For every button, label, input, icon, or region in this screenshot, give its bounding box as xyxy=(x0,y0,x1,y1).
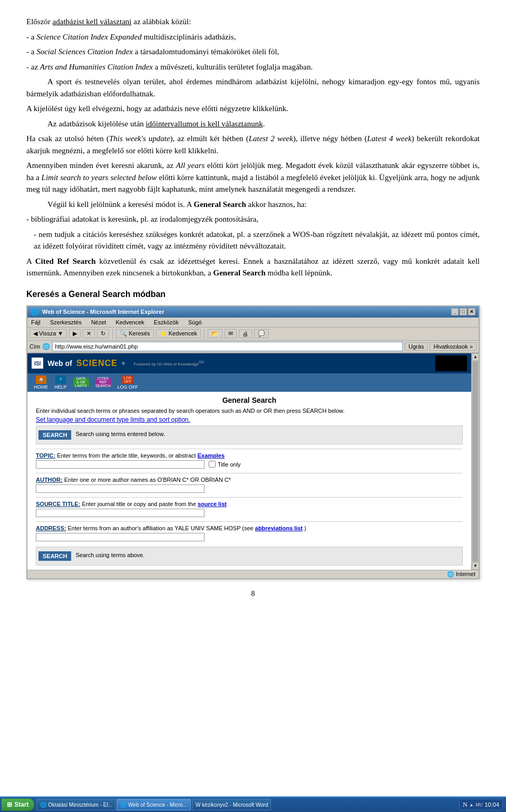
bottom-search-hint: Search using terms above. xyxy=(75,552,144,558)
wos-page-wrapper: ISI Web of SCIENCE ® Powered by ISI Web … xyxy=(27,353,479,570)
history-button[interactable]: 📂 xyxy=(208,329,222,338)
address-input[interactable] xyxy=(36,533,205,541)
source-title-section: SOURCE TITLE: Enter journal title or cop… xyxy=(36,497,463,517)
menu-file[interactable]: Fájl xyxy=(30,319,42,326)
taskbar-item-2[interactable]: 🌐 Web of Science - Micro... xyxy=(116,799,191,810)
search-button[interactable]: 🔍 Keresés xyxy=(116,329,153,338)
main-instruction: Enter individual search terms or phrases… xyxy=(36,408,463,414)
tray-time: 10:04 xyxy=(484,801,499,808)
menu-help[interactable]: Súgó xyxy=(187,319,203,326)
taskbar-item-3-label: kézikonyv2 - Microsoft Word xyxy=(202,802,268,808)
taskbar-item-2-label: Web of Science - Micro... xyxy=(128,802,187,808)
browser-title-text: Web of Science - Microsoft Internet Expl… xyxy=(42,309,164,315)
source-list-link[interactable]: source list xyxy=(198,501,227,507)
set-limits-text[interactable]: Set language and document type limits an… xyxy=(36,416,190,423)
para-3: - a Social Sciences Citation Index a tár… xyxy=(26,46,480,58)
nav-help-button[interactable]: ? HELP xyxy=(52,374,69,391)
taskbar-word-icon: W xyxy=(196,802,200,808)
address-input[interactable] xyxy=(52,342,403,351)
home-label: HOME xyxy=(34,384,48,390)
wos-page-content: ISI Web of SCIENCE ® Powered by ISI Web … xyxy=(27,353,471,570)
mail-button[interactable]: ✉ xyxy=(225,329,237,338)
top-search-row: SEARCH Search using terms entered below. xyxy=(36,425,463,444)
ie-icon: 🌐 xyxy=(31,308,39,316)
scroll-down-arrow[interactable]: ▼ xyxy=(472,562,479,570)
address-close-paren: ) xyxy=(304,525,306,531)
browser-statusbar: 🌐 Internet xyxy=(27,570,479,578)
menu-view[interactable]: Nézet xyxy=(90,319,108,326)
address-label: ADDRESS: Enter terms from an author's af… xyxy=(36,525,463,531)
title-only-row: Title only xyxy=(209,461,241,468)
author-input-row xyxy=(36,484,463,493)
go-button[interactable]: Ugrás xyxy=(405,342,427,351)
taskbar-ie-icon-1: 🌐 xyxy=(40,802,46,808)
source-title-input[interactable] xyxy=(36,509,205,517)
browser-window: 🌐 Web of Science - Microsoft Internet Ex… xyxy=(26,305,480,579)
address-section: ADDRESS: Enter terms from an author's af… xyxy=(36,521,463,541)
menu-tools[interactable]: Eszközök xyxy=(152,319,180,326)
title-only-checkbox[interactable] xyxy=(209,461,216,468)
para-8: Ha csak az utolsó héten (This week's upd… xyxy=(26,133,480,156)
address-bar: Cím 🌐 Ugrás Hivatkozások » xyxy=(27,341,479,353)
stop-button[interactable]: ✕ xyxy=(83,329,95,338)
logoff-label: LOG OFF xyxy=(118,384,139,390)
start-button[interactable]: ⊞ Start xyxy=(1,798,34,811)
print-button[interactable]: 🖨 xyxy=(239,330,252,338)
para-6: A kijelölést úgy kell elvégezni, hogy az… xyxy=(26,103,480,115)
taskbar-tray: N ▲ HU 10:04 xyxy=(459,799,503,810)
scroll-up-arrow[interactable]: ▲ xyxy=(472,353,479,361)
header-logo-dark xyxy=(435,355,467,371)
top-search-button[interactable]: SEARCH xyxy=(38,430,71,440)
para-10: Végül ki kell jelölnünk a keresési módot… xyxy=(26,199,480,211)
links-button[interactable]: Hivatkozások » xyxy=(430,342,476,351)
help-icon: ? xyxy=(55,375,66,384)
para-2: - a Science Citation Index Expanded mult… xyxy=(26,31,480,43)
menu-favorites[interactable]: Kedvencek xyxy=(114,319,145,326)
nav-cited-button[interactable]: CITEDREFSEARCH xyxy=(93,377,113,388)
isi-text: ISI xyxy=(34,361,41,367)
browser-titlebar: 🌐 Web of Science - Microsoft Internet Ex… xyxy=(27,306,479,318)
discuss-button[interactable]: 💬 xyxy=(254,329,269,338)
taskbar-item-3[interactable]: W kézikonyv2 - Microsoft Word xyxy=(192,799,271,810)
topic-input-row: Title only xyxy=(36,460,463,469)
refresh-button[interactable]: ↻ xyxy=(97,329,109,338)
para-11: - bibliográfiai adatokat is keresünk, pl… xyxy=(26,213,480,225)
bottom-search-row: SEARCH Search using terms above. xyxy=(36,547,463,566)
tray-icon-n: N xyxy=(463,801,468,809)
abbrev-link[interactable]: abbreviations list xyxy=(255,525,303,531)
menu-edit[interactable]: Szerkesztés xyxy=(48,319,83,326)
window-controls[interactable]: _ □ ✕ xyxy=(451,308,475,315)
browser-menubar: Fájl Szerkesztés Nézet Kedvencek Eszközö… xyxy=(27,318,479,328)
nav-logoff-button[interactable]: LOGOFF LOG OFF xyxy=(115,374,141,391)
set-limits-link[interactable]: Set language and document type limits an… xyxy=(36,416,463,423)
forward-button[interactable]: ▶ xyxy=(69,329,81,338)
minimize-button[interactable]: _ xyxy=(451,308,459,315)
favorites-button[interactable]: ⭐ Kedvencek xyxy=(156,329,201,338)
browser-toolbar: ◀ Vissza ▼ ▶ ✕ ↻ 🔍 Keresés ⭐ Kedvencek 📂… xyxy=(27,328,479,341)
para-5: A sport és testnevelés olyan terület, ah… xyxy=(26,76,480,100)
wos-header: ISI Web of SCIENCE ® Powered by ISI Web … xyxy=(27,353,471,373)
para-7: Az adatbázisok kijelölése után időinterv… xyxy=(26,118,480,130)
taskbar-item-1[interactable]: 🌐 Oktatási Minisztérium - EI... xyxy=(36,799,115,810)
document-text: Először adatbázist kell választani az al… xyxy=(26,16,480,279)
examples-link[interactable]: Examples xyxy=(198,452,225,459)
author-label: AUTHOR: Enter one or more author names a… xyxy=(36,477,463,483)
back-button[interactable]: ◀ Vissza ▼ xyxy=(30,329,67,338)
taskbar-ie-icon-2: 🌐 xyxy=(120,802,126,808)
taskbar: ⊞ Start 🌐 Oktatási Minisztérium - EI... … xyxy=(0,796,506,812)
author-section: AUTHOR: Enter one or more author names a… xyxy=(36,473,463,493)
maximize-button[interactable]: □ xyxy=(460,308,467,315)
scrollbar[interactable]: ▲ ▼ xyxy=(471,353,479,570)
author-input[interactable] xyxy=(36,484,205,493)
nav-date-button[interactable]: DATE& DBLIMITS xyxy=(71,377,91,388)
bottom-search-button[interactable]: SEARCH xyxy=(38,551,71,561)
isi-logo-box: ISI xyxy=(32,358,43,369)
topic-desc: Enter terms from the article title, keyw… xyxy=(57,452,198,459)
nav-home-button[interactable]: 🏠 HOME xyxy=(32,374,50,391)
topic-input[interactable] xyxy=(36,460,205,469)
wos-main: General Search Enter individual search t… xyxy=(27,392,471,570)
scroll-thumb[interactable] xyxy=(472,361,478,562)
close-button[interactable]: ✕ xyxy=(468,308,475,315)
para-13: A Cited Ref Search közvetlenül és csak a… xyxy=(26,255,480,279)
source-input-row xyxy=(36,509,463,517)
